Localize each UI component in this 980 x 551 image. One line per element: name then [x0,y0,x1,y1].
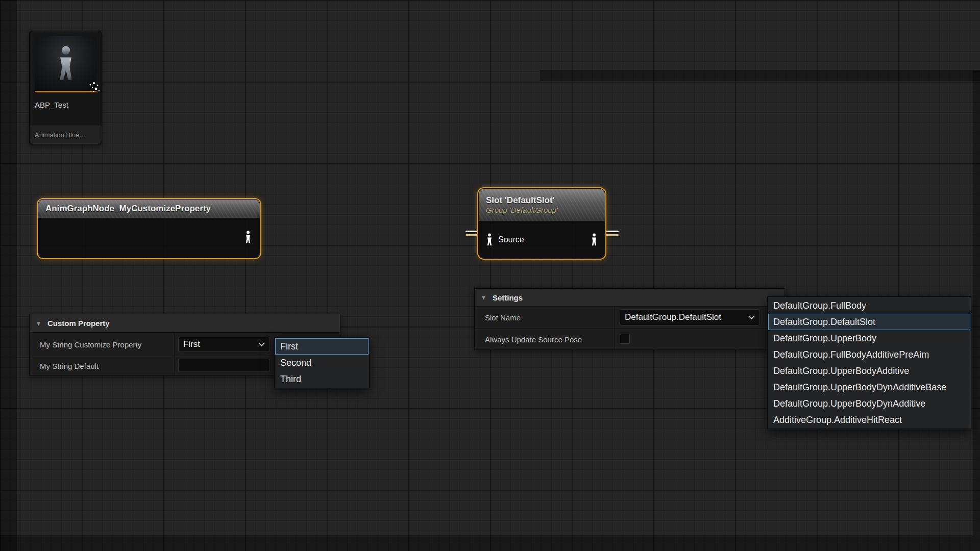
asset-type-label: Animation Blue… [35,131,86,139]
string-option[interactable]: Second [275,355,369,371]
wire-stub-right [605,231,619,232]
node-header: Slot 'DefaultSlot' Group 'DefaultGroup' [479,189,605,221]
property-label: Slot Name [485,313,521,322]
source-pin-label: Source [498,235,524,244]
asset-title: ABP_Test [35,101,96,109]
source-pin-input[interactable]: Source [485,233,524,246]
string-dropdown-menu: First Second Third [274,337,370,388]
slot-option[interactable]: DefaultGroup.UpperBodyAdditive [768,363,970,379]
column-divider[interactable] [174,333,175,356]
slot-option[interactable]: DefaultGroup.UpperBody [768,330,970,346]
asset-card-abp-test[interactable]: ABP_Test Animation Blue… [29,31,102,144]
string-option-selected[interactable]: First [275,338,369,355]
sparkle-icon [87,82,101,94]
grid-shadow-band-top [540,70,980,81]
category-title: Settings [493,293,523,302]
node-header: AnimGraphNode_MyCustomizeProperty [38,199,260,218]
always-update-source-pose-checkbox[interactable] [620,334,630,344]
my-string-customize-combo[interactable]: First [178,337,270,352]
my-string-default-input[interactable] [178,359,270,372]
grid-shadow-band-bottom [0,535,980,551]
asset-thumbnail [35,36,96,91]
property-row-slot-name: Slot Name DefaultGroup.DefaultSlot [475,307,785,329]
node-title: Slot 'DefaultSlot' [486,195,598,206]
person-pose-pin-icon [243,231,253,244]
node-subtitle: Group 'DefaultGroup' [486,206,598,215]
slot-option[interactable]: DefaultGroup.FullBodyAdditivePreAim [768,346,970,363]
slot-option[interactable]: DefaultGroup.UpperBodyDynAdditiveBase [768,379,970,395]
grid-shadow-band-left [0,0,17,551]
custom-property-category-header[interactable]: ▼ Custom Property [30,314,340,333]
node-body: Source [479,221,605,258]
wire-stub-right-glow [605,234,619,236]
node-slot-defaultslot[interactable]: Slot 'DefaultSlot' Group 'DefaultGroup' … [479,189,605,258]
property-row-always-update-source-pose: Always Update Source Pose [475,329,785,349]
combo-selected-value: DefaultGroup.DefaultSlot [625,312,721,322]
pose-pin-output[interactable] [243,231,253,246]
slot-option[interactable]: DefaultGroup.UpperBodyDynAdditive [768,395,970,412]
mannequin-figure-icon [54,39,78,88]
column-divider[interactable] [614,329,615,349]
property-label: My String Customize Property [40,340,141,348]
string-option[interactable]: Third [275,371,369,387]
chevron-down-icon [258,342,265,346]
settings-category-header[interactable]: ▼ Settings [475,289,785,307]
node-title: AnimGraphNode_MyCustomizeProperty [45,203,253,214]
slot-option[interactable]: DefaultGroup.FullBody [768,297,970,314]
combo-selected-value: First [183,339,200,349]
settings-panel: ▼ Settings Slot Name DefaultGroup.Defaul… [474,288,785,350]
category-collapse-icon: ▼ [481,294,486,300]
slot-name-dropdown-menu: DefaultGroup.FullBody DefaultGroup.Defau… [767,296,971,429]
slot-option-selected[interactable]: DefaultGroup.DefaultSlot [768,314,970,330]
pose-pin-output[interactable] [590,233,599,246]
blueprint-graph-canvas[interactable]: ABP_Test Animation Blue… AnimGraphNode_M… [0,0,980,551]
column-divider[interactable] [614,307,615,328]
person-pose-pin-icon [485,233,494,246]
column-divider[interactable] [174,356,175,375]
grid-shadow-band-right [973,70,980,535]
property-label: Always Update Source Pose [485,335,582,343]
chevron-down-icon [748,315,755,319]
wire-stub-left-glow [465,234,479,236]
category-title: Custom Property [47,319,110,328]
wire-stub-left [465,231,479,232]
node-body [38,218,260,258]
slot-option[interactable]: AdditiveGroup.AdditiveHitReact [768,412,970,428]
person-pose-pin-icon [590,233,599,246]
slot-name-combo[interactable]: DefaultGroup.DefaultSlot [620,309,760,325]
node-animgraph-customize-property[interactable]: AnimGraphNode_MyCustomizeProperty [38,199,260,258]
category-collapse-icon: ▼ [36,320,41,327]
property-label: My String Default [40,361,99,370]
asset-footer: Animation Blue… [30,126,102,144]
